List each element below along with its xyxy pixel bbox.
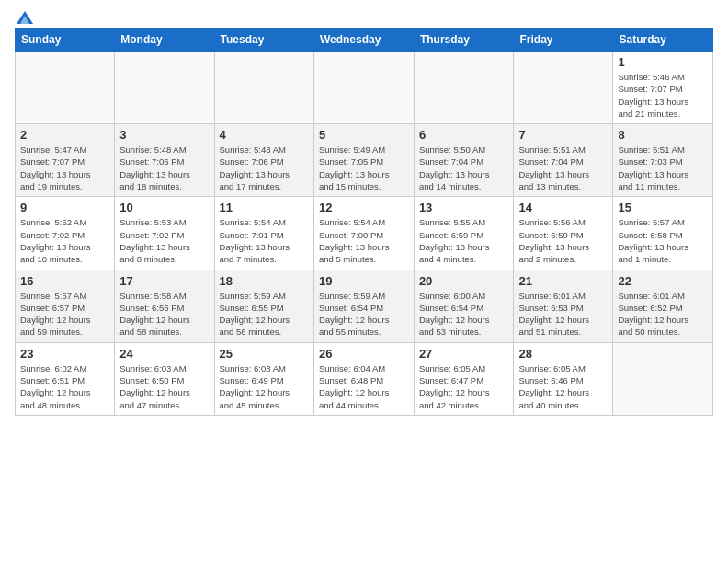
day-number: 5	[319, 128, 409, 142]
day-info: Sunrise: 5:48 AM Sunset: 7:06 PM Dayligh…	[220, 144, 309, 192]
day-number: 23	[20, 347, 109, 361]
calendar-cell	[613, 342, 713, 415]
calendar-cell: 18Sunrise: 5:59 AM Sunset: 6:55 PM Dayli…	[214, 270, 313, 342]
day-info: Sunrise: 5:48 AM Sunset: 7:06 PM Dayligh…	[119, 144, 209, 192]
calendar-week-3: 9Sunrise: 5:52 AM Sunset: 7:02 PM Daylig…	[16, 197, 713, 270]
day-info: Sunrise: 5:51 AM Sunset: 7:04 PM Dayligh…	[518, 144, 608, 192]
day-info: Sunrise: 6:01 AM Sunset: 6:53 PM Dayligh…	[518, 290, 608, 339]
calendar-cell: 15Sunrise: 5:57 AM Sunset: 6:58 PM Dayli…	[613, 197, 713, 270]
day-number: 14	[518, 201, 608, 214]
day-info: Sunrise: 5:50 AM Sunset: 7:04 PM Dayligh…	[419, 144, 509, 192]
day-info: Sunrise: 6:03 AM Sunset: 6:49 PM Dayligh…	[220, 362, 309, 411]
day-number: 10	[119, 201, 209, 214]
day-info: Sunrise: 5:57 AM Sunset: 6:57 PM Dayligh…	[20, 290, 109, 339]
calendar-cell: 10Sunrise: 5:53 AM Sunset: 7:02 PM Dayli…	[115, 197, 214, 270]
day-info: Sunrise: 5:59 AM Sunset: 6:54 PM Dayligh…	[319, 290, 409, 339]
day-info: Sunrise: 6:05 AM Sunset: 6:46 PM Dayligh…	[518, 362, 608, 411]
day-number: 24	[119, 347, 209, 361]
logo	[15, 15, 33, 20]
calendar-cell: 13Sunrise: 5:55 AM Sunset: 6:59 PM Dayli…	[414, 197, 514, 270]
day-info: Sunrise: 5:58 AM Sunset: 6:56 PM Dayligh…	[119, 290, 209, 339]
day-info: Sunrise: 5:55 AM Sunset: 6:59 PM Dayligh…	[419, 216, 509, 265]
weekday-header-thursday: Thursday	[414, 29, 514, 52]
calendar-cell: 5Sunrise: 5:49 AM Sunset: 7:05 PM Daylig…	[313, 124, 414, 197]
calendar-cell	[514, 52, 613, 124]
day-info: Sunrise: 6:05 AM Sunset: 6:47 PM Dayligh…	[419, 362, 509, 411]
day-number: 22	[618, 274, 708, 288]
day-number: 18	[220, 274, 309, 288]
day-number: 2	[20, 128, 109, 142]
calendar-cell: 3Sunrise: 5:48 AM Sunset: 7:06 PM Daylig…	[115, 124, 214, 197]
day-info: Sunrise: 5:49 AM Sunset: 7:05 PM Dayligh…	[319, 144, 409, 192]
day-number: 7	[518, 128, 608, 142]
day-number: 21	[518, 274, 608, 288]
calendar-cell: 22Sunrise: 6:01 AM Sunset: 6:52 PM Dayli…	[613, 270, 713, 342]
day-number: 26	[319, 347, 409, 361]
calendar-week-4: 16Sunrise: 5:57 AM Sunset: 6:57 PM Dayli…	[16, 270, 713, 342]
day-info: Sunrise: 6:00 AM Sunset: 6:54 PM Dayligh…	[419, 290, 509, 339]
calendar-cell: 27Sunrise: 6:05 AM Sunset: 6:47 PM Dayli…	[414, 342, 514, 415]
calendar-cell: 25Sunrise: 6:03 AM Sunset: 6:49 PM Dayli…	[214, 342, 313, 415]
calendar-cell: 17Sunrise: 5:58 AM Sunset: 6:56 PM Dayli…	[115, 270, 214, 342]
day-info: Sunrise: 5:47 AM Sunset: 7:07 PM Dayligh…	[20, 144, 109, 192]
day-number: 8	[618, 128, 708, 142]
calendar-cell: 16Sunrise: 5:57 AM Sunset: 6:57 PM Dayli…	[16, 270, 115, 342]
calendar-cell	[115, 52, 214, 124]
day-info: Sunrise: 5:54 AM Sunset: 7:00 PM Dayligh…	[319, 216, 409, 265]
calendar-cell: 11Sunrise: 5:54 AM Sunset: 7:01 PM Dayli…	[214, 197, 313, 270]
day-number: 15	[618, 201, 708, 214]
day-info: Sunrise: 6:02 AM Sunset: 6:51 PM Dayligh…	[20, 362, 109, 411]
day-info: Sunrise: 5:56 AM Sunset: 6:59 PM Dayligh…	[518, 216, 608, 265]
day-info: Sunrise: 6:03 AM Sunset: 6:50 PM Dayligh…	[119, 362, 209, 411]
weekday-header-row: SundayMondayTuesdayWednesdayThursdayFrid…	[16, 29, 713, 52]
page-header	[15, 15, 713, 20]
calendar-cell: 7Sunrise: 5:51 AM Sunset: 7:04 PM Daylig…	[514, 124, 613, 197]
calendar-cell: 26Sunrise: 6:04 AM Sunset: 6:48 PM Dayli…	[313, 342, 414, 415]
day-number: 4	[220, 128, 309, 142]
day-number: 16	[20, 274, 109, 288]
day-info: Sunrise: 5:52 AM Sunset: 7:02 PM Dayligh…	[20, 216, 109, 265]
day-info: Sunrise: 6:04 AM Sunset: 6:48 PM Dayligh…	[319, 362, 409, 411]
day-number: 20	[419, 274, 509, 288]
calendar-cell: 14Sunrise: 5:56 AM Sunset: 6:59 PM Dayli…	[514, 197, 613, 270]
day-number: 25	[220, 347, 309, 361]
day-number: 12	[319, 201, 409, 214]
calendar-cell: 20Sunrise: 6:00 AM Sunset: 6:54 PM Dayli…	[414, 270, 514, 342]
day-number: 6	[419, 128, 509, 142]
weekday-header-tuesday: Tuesday	[214, 29, 313, 52]
logo-icon	[17, 11, 33, 24]
day-number: 13	[419, 201, 509, 214]
calendar-cell	[313, 52, 414, 124]
calendar-cell: 24Sunrise: 6:03 AM Sunset: 6:50 PM Dayli…	[115, 342, 214, 415]
day-info: Sunrise: 5:54 AM Sunset: 7:01 PM Dayligh…	[220, 216, 309, 265]
weekday-header-wednesday: Wednesday	[313, 29, 414, 52]
day-number: 17	[119, 274, 209, 288]
calendar-cell: 23Sunrise: 6:02 AM Sunset: 6:51 PM Dayli…	[16, 342, 115, 415]
day-info: Sunrise: 5:59 AM Sunset: 6:55 PM Dayligh…	[220, 290, 309, 339]
calendar-cell: 4Sunrise: 5:48 AM Sunset: 7:06 PM Daylig…	[214, 124, 313, 197]
day-info: Sunrise: 5:57 AM Sunset: 6:58 PM Dayligh…	[618, 216, 708, 265]
calendar-cell: 28Sunrise: 6:05 AM Sunset: 6:46 PM Dayli…	[514, 342, 613, 415]
day-number: 1	[618, 55, 708, 69]
day-number: 11	[220, 201, 309, 214]
day-number: 9	[20, 201, 109, 214]
day-number: 28	[518, 347, 608, 361]
calendar-cell: 19Sunrise: 5:59 AM Sunset: 6:54 PM Dayli…	[313, 270, 414, 342]
calendar-cell: 12Sunrise: 5:54 AM Sunset: 7:00 PM Dayli…	[313, 197, 414, 270]
calendar-week-1: 1Sunrise: 5:46 AM Sunset: 7:07 PM Daylig…	[16, 52, 713, 124]
day-info: Sunrise: 5:53 AM Sunset: 7:02 PM Dayligh…	[119, 216, 209, 265]
weekday-header-sunday: Sunday	[16, 29, 115, 52]
calendar-cell: 2Sunrise: 5:47 AM Sunset: 7:07 PM Daylig…	[16, 124, 115, 197]
calendar-cell: 8Sunrise: 5:51 AM Sunset: 7:03 PM Daylig…	[613, 124, 713, 197]
calendar-cell: 6Sunrise: 5:50 AM Sunset: 7:04 PM Daylig…	[414, 124, 514, 197]
calendar-cell: 9Sunrise: 5:52 AM Sunset: 7:02 PM Daylig…	[16, 197, 115, 270]
day-info: Sunrise: 5:46 AM Sunset: 7:07 PM Dayligh…	[618, 71, 708, 120]
weekday-header-friday: Friday	[514, 29, 613, 52]
day-info: Sunrise: 6:01 AM Sunset: 6:52 PM Dayligh…	[618, 290, 708, 339]
calendar-cell: 21Sunrise: 6:01 AM Sunset: 6:53 PM Dayli…	[514, 270, 613, 342]
calendar-cell	[214, 52, 313, 124]
day-number: 27	[419, 347, 509, 361]
calendar-cell: 1Sunrise: 5:46 AM Sunset: 7:07 PM Daylig…	[613, 52, 713, 124]
calendar-week-5: 23Sunrise: 6:02 AM Sunset: 6:51 PM Dayli…	[16, 342, 713, 415]
weekday-header-monday: Monday	[115, 29, 214, 52]
